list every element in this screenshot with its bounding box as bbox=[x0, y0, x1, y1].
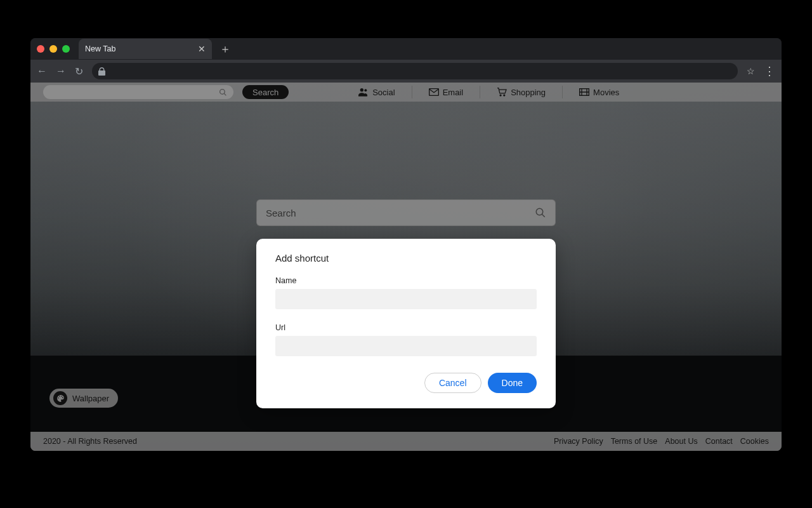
tab-bar: New Tab ✕ ＋ bbox=[30, 38, 782, 60]
page-content: Search Social Email Shoppi bbox=[30, 83, 782, 451]
shortcut-name-input[interactable] bbox=[275, 289, 537, 309]
shortcut-url-input[interactable] bbox=[275, 336, 537, 356]
cancel-button-label: Cancel bbox=[439, 378, 467, 388]
name-label: Name bbox=[275, 276, 296, 285]
minimize-window-button[interactable] bbox=[49, 45, 57, 53]
close-window-button[interactable] bbox=[37, 45, 44, 53]
cancel-button[interactable]: Cancel bbox=[424, 373, 481, 393]
done-button-label: Done bbox=[502, 378, 523, 388]
back-icon[interactable]: ← bbox=[37, 65, 47, 77]
modal-title: Add shortcut bbox=[275, 253, 537, 264]
new-tab-button[interactable]: ＋ bbox=[219, 41, 231, 57]
tab-title: New Tab bbox=[85, 44, 193, 53]
maximize-window-button[interactable] bbox=[62, 45, 70, 53]
modal-actions: Cancel Done bbox=[275, 373, 537, 393]
close-tab-icon[interactable]: ✕ bbox=[198, 44, 206, 54]
lock-icon bbox=[98, 67, 105, 76]
add-shortcut-modal: Add shortcut Name Url Cancel Done bbox=[256, 239, 556, 408]
forward-icon[interactable]: → bbox=[56, 65, 66, 77]
address-bar: ← → ↻ ☆ ⋮ bbox=[30, 60, 782, 83]
bookmark-star-icon[interactable]: ☆ bbox=[747, 66, 755, 76]
browser-tab[interactable]: New Tab ✕ bbox=[79, 39, 212, 59]
reload-icon[interactable]: ↻ bbox=[75, 65, 83, 77]
window-controls bbox=[37, 45, 70, 53]
menu-kebab-icon[interactable]: ⋮ bbox=[764, 64, 775, 78]
done-button[interactable]: Done bbox=[488, 373, 537, 393]
browser-window: New Tab ✕ ＋ ← → ↻ ☆ ⋮ S bbox=[30, 38, 782, 451]
url-label: Url bbox=[275, 323, 285, 332]
address-field[interactable] bbox=[92, 63, 738, 79]
